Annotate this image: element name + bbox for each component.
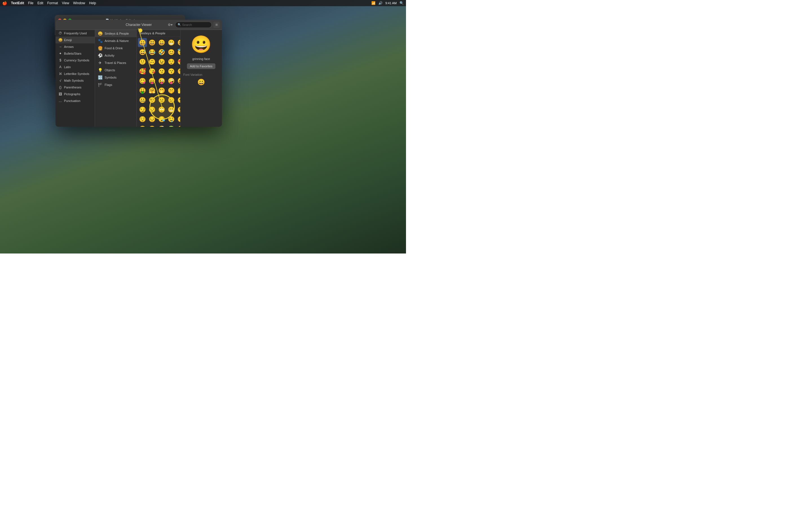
cat-smileys[interactable]: 😀 Smileys & People bbox=[95, 30, 137, 37]
menu-format[interactable]: Format bbox=[47, 1, 58, 5]
sidebar-item-math[interactable]: √ Math Symbols bbox=[56, 77, 95, 84]
emoji-cell[interactable]: 😒 bbox=[147, 105, 156, 114]
emoji-cell[interactable]: 😶 bbox=[176, 96, 180, 105]
apple-menu[interactable]: 🍎 bbox=[2, 1, 7, 5]
add-to-favorites-button[interactable]: Add to Favorites bbox=[187, 63, 215, 69]
emoji-cell[interactable]: 🤪 bbox=[167, 76, 175, 86]
emoji-cell[interactable]: 😚 bbox=[176, 67, 180, 76]
sidebar-item-letterlike[interactable]: ℵ Letterlike Symbols bbox=[56, 70, 95, 77]
emoji-cell[interactable]: 🤨 bbox=[147, 96, 156, 105]
activity-cat-icon: ⚽ bbox=[98, 53, 102, 58]
menu-file[interactable]: File bbox=[28, 1, 33, 5]
emoji-cell[interactable]: 😆 bbox=[176, 38, 180, 47]
emoji-cell[interactable]: 😙 bbox=[167, 67, 175, 76]
sidebar-item-arrows[interactable]: → Arrows bbox=[56, 43, 95, 50]
emoji-cell[interactable]: 😑 bbox=[167, 96, 175, 105]
emoji-cell[interactable]: 😍 bbox=[176, 57, 180, 66]
emoji-cell[interactable]: 😜 bbox=[157, 76, 166, 86]
emoji-cell[interactable]: 🤐 bbox=[138, 96, 147, 105]
sidebar-item-currency[interactable]: $ Currency Symbols bbox=[56, 57, 95, 64]
emoji-cell[interactable]: 🤕 bbox=[157, 124, 166, 127]
detail-emoji-name: grinning face bbox=[192, 57, 210, 61]
emoji-cell[interactable]: 😛 bbox=[147, 76, 156, 86]
emoji-cell[interactable]: 🙂 bbox=[138, 57, 147, 66]
sidebar-item-frequently-used[interactable]: ⏱ Frequently Used bbox=[56, 30, 95, 37]
sidebar-item-bullets[interactable]: ✦ Bullets/Stars bbox=[56, 50, 95, 57]
cv-categories: 😀 Smileys & People 🐾 Animals & Nature 🍔 … bbox=[95, 30, 137, 127]
gear-icon[interactable]: ⚙▾ bbox=[167, 21, 173, 28]
menubar-wifi-icon[interactable]: 📶 bbox=[371, 1, 375, 5]
emoji-cell[interactable]: 😔 bbox=[147, 115, 156, 124]
emoji-cell[interactable]: 😀 bbox=[138, 38, 147, 47]
expand-button[interactable]: ⊞ bbox=[213, 22, 220, 28]
menubar-search-icon[interactable]: 🔍 bbox=[400, 1, 404, 5]
emoji-cell[interactable]: 🤫 bbox=[167, 86, 175, 95]
cat-food[interactable]: 🍔 Food & Drink bbox=[95, 45, 137, 52]
cv-titlebar: Character Viewer ⚙▾ 🔍 Search ⊞ bbox=[56, 20, 222, 30]
emoji-cell[interactable]: 😅 bbox=[138, 48, 147, 57]
emoji-cell[interactable]: 🤑 bbox=[138, 86, 147, 95]
emoji-cell[interactable]: 😏 bbox=[138, 105, 147, 114]
cat-objects[interactable]: 💡 Objects bbox=[95, 66, 137, 74]
objects-cat-icon: 💡 bbox=[98, 68, 102, 72]
menu-help[interactable]: Help bbox=[89, 1, 96, 5]
menubar-time: 9:41 AM bbox=[386, 1, 397, 5]
sidebar-item-pictographs[interactable]: 🖼 Pictographs bbox=[56, 91, 95, 98]
emoji-cell[interactable]: 😃 bbox=[147, 38, 156, 47]
smileys-cat-icon: 😀 bbox=[98, 31, 102, 36]
cv-search-box[interactable]: 🔍 Search bbox=[175, 22, 212, 28]
emoji-cell[interactable]: 🤣 bbox=[157, 48, 166, 57]
latin-icon: A bbox=[58, 65, 62, 69]
menu-edit[interactable]: Edit bbox=[38, 1, 43, 5]
emoji-cell[interactable]: 😬 bbox=[167, 105, 175, 114]
cat-flags[interactable]: 🏴 Flags bbox=[95, 81, 137, 89]
cat-travel[interactable]: ✈ Travel & Places bbox=[95, 59, 137, 66]
cat-animals[interactable]: 🐾 Animals & Nature bbox=[95, 37, 137, 45]
emoji-cell[interactable]: 🤥 bbox=[176, 105, 180, 114]
emoji-cell[interactable]: 🙄 bbox=[157, 105, 166, 114]
sidebar-item-emoji[interactable]: 😀 Emoji bbox=[56, 37, 95, 43]
emoji-cell[interactable]: 😐 bbox=[157, 96, 166, 105]
emoji-cell[interactable]: 🙃 bbox=[147, 57, 156, 66]
emoji-cell[interactable]: 🤧 bbox=[176, 124, 180, 127]
cv-title: Character Viewer bbox=[126, 23, 152, 27]
emoji-cell[interactable]: 😊 bbox=[167, 48, 175, 57]
emoji-cell[interactable]: 😂 bbox=[147, 48, 156, 57]
sidebar-item-latin[interactable]: A Latin bbox=[56, 64, 95, 70]
emoji-cell[interactable]: 🤒 bbox=[147, 124, 156, 127]
cat-symbols-label: Symbols bbox=[105, 76, 116, 79]
emoji-cell[interactable]: 😴 bbox=[176, 115, 180, 124]
cat-objects-label: Objects bbox=[105, 68, 115, 72]
emoji-cell[interactable]: 😷 bbox=[138, 124, 147, 127]
emoji-grid-header: Smileys & People bbox=[137, 30, 180, 37]
emoji-cell[interactable]: 🤭 bbox=[157, 86, 166, 95]
emoji-cell[interactable]: 😌 bbox=[138, 115, 147, 124]
emoji-cell[interactable]: 😪 bbox=[157, 115, 166, 124]
cat-symbols[interactable]: 🔣 Symbols bbox=[95, 74, 137, 81]
emoji-cell[interactable]: 😗 bbox=[157, 67, 166, 76]
emoji-cell[interactable]: 🤗 bbox=[147, 86, 156, 95]
emoji-icon: 😀 bbox=[58, 38, 62, 42]
emoji-cell[interactable]: 😉 bbox=[157, 57, 166, 66]
emoji-cell[interactable]: 🤤 bbox=[167, 115, 175, 124]
menubar-sound-icon[interactable]: 🔊 bbox=[378, 1, 383, 5]
search-icon: 🔍 bbox=[177, 23, 181, 26]
sidebar-item-parentheses[interactable]: () Parentheses bbox=[56, 84, 95, 91]
cv-sidebar: ⏱ Frequently Used 😀 Emoji → Arrows ✦ Bul… bbox=[56, 30, 95, 127]
emoji-cell[interactable]: 🤔 bbox=[176, 86, 180, 95]
menu-view[interactable]: View bbox=[62, 1, 69, 5]
emoji-cell[interactable]: 🥰 bbox=[138, 67, 147, 76]
emoji-cell[interactable]: 😋 bbox=[138, 76, 147, 86]
emoji-cell[interactable]: 😌 bbox=[167, 57, 175, 66]
sidebar-item-punctuation[interactable]: … Punctuation bbox=[56, 98, 95, 104]
emoji-cell[interactable]: 😘 bbox=[147, 67, 156, 76]
emoji-cell[interactable]: 🤢 bbox=[167, 124, 175, 127]
app-name[interactable]: TextEdit bbox=[11, 1, 24, 5]
emoji-cell[interactable]: 😇 bbox=[176, 48, 180, 57]
sidebar-label-arrows: Arrows bbox=[64, 45, 73, 48]
emoji-cell[interactable]: 😁 bbox=[167, 38, 175, 47]
emoji-cell[interactable]: 😄 bbox=[157, 38, 166, 47]
emoji-cell[interactable]: 😝 bbox=[176, 76, 180, 86]
cat-activity[interactable]: ⚽ Activity bbox=[95, 52, 137, 59]
menu-window[interactable]: Window bbox=[73, 1, 85, 5]
